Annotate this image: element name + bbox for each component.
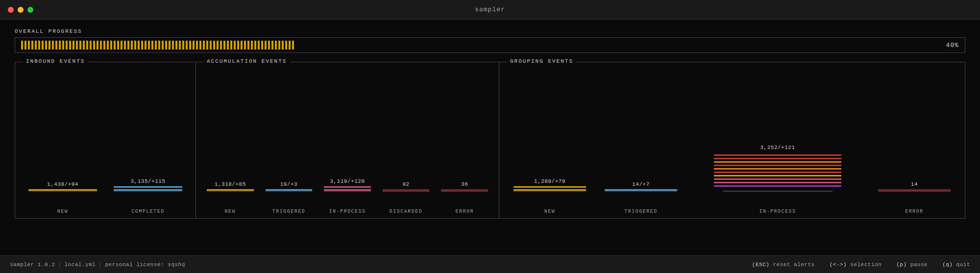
progress-tick	[138, 41, 140, 50]
progress-tick	[295, 41, 297, 50]
progress-tick	[697, 41, 699, 50]
progress-tick	[457, 41, 459, 50]
progress-tick	[282, 41, 284, 50]
progress-tick	[508, 41, 510, 50]
progress-tick	[241, 41, 243, 50]
progress-tick	[505, 41, 507, 50]
progress-tick	[182, 41, 184, 50]
progress-tick	[546, 41, 548, 50]
progress-tick	[210, 41, 212, 50]
bar-y1	[514, 186, 587, 188]
sl-2	[714, 158, 841, 159]
maximize-button[interactable]	[27, 7, 33, 13]
progress-tick	[628, 41, 630, 50]
progress-tick	[278, 41, 280, 50]
progress-tick	[481, 41, 483, 50]
progress-tick	[28, 41, 30, 50]
progress-tick	[347, 41, 349, 50]
progress-tick	[686, 41, 688, 50]
accum-new-label: NEW	[225, 209, 236, 214]
sl-3	[714, 161, 841, 163]
progress-tick	[704, 41, 706, 50]
progress-tick	[446, 41, 448, 50]
progress-tick	[186, 41, 188, 50]
minimize-button[interactable]	[18, 7, 24, 13]
progress-tick	[494, 41, 496, 50]
progress-tick	[117, 41, 119, 50]
progress-tick	[172, 41, 174, 50]
sep2: |	[98, 262, 102, 268]
accum-inprocess-bars	[324, 186, 371, 191]
progress-tick	[52, 41, 54, 50]
panel-grouping: GROUPING EVENTS 1,280/+79 NEW 14/+7	[499, 62, 965, 219]
license-info: personal license: sqshq	[105, 262, 185, 268]
progress-tick	[337, 41, 339, 50]
progress-tick	[66, 41, 68, 50]
progress-tick	[114, 41, 116, 50]
progress-tick	[121, 41, 122, 50]
progress-tick	[693, 41, 695, 50]
accum-new-value: 1,318/+85	[215, 181, 246, 187]
progress-tick	[189, 41, 191, 50]
accum-error-value: 36	[461, 181, 468, 187]
accum-new-col: 1,318/+85 NEW	[201, 72, 260, 218]
progress-tick	[395, 41, 397, 50]
group-new-label: NEW	[544, 209, 556, 214]
progress-tick	[326, 41, 328, 50]
progress-tick	[93, 41, 95, 50]
window-buttons	[8, 7, 33, 13]
progress-tick	[378, 41, 380, 50]
progress-tick	[532, 41, 534, 50]
progress-tick	[148, 41, 150, 50]
progress-tick	[49, 41, 50, 50]
progress-tick	[79, 41, 81, 50]
progress-tick	[388, 41, 390, 50]
progress-tick	[594, 41, 596, 50]
progress-tick	[169, 41, 171, 50]
progress-tick	[223, 41, 225, 50]
accum-discarded-col: 92 DISCARDED	[377, 72, 436, 218]
bar-pink-1	[324, 186, 371, 188]
q-action-text: quit	[956, 262, 970, 268]
progress-tick	[614, 41, 616, 50]
progress-tick	[515, 41, 517, 50]
progress-tick	[450, 41, 452, 50]
progress-tick	[203, 41, 205, 50]
inbound-completed-value: 3,135/+115	[130, 178, 165, 184]
progress-tick	[193, 41, 195, 50]
bar-blue-1	[114, 186, 182, 188]
progress-tick	[254, 41, 256, 50]
progress-tick	[62, 41, 64, 50]
sl-6	[714, 172, 841, 173]
progress-tick	[563, 41, 565, 50]
progress-tick	[234, 41, 236, 50]
progress-tick	[343, 41, 345, 50]
progress-tick	[299, 41, 301, 50]
progress-tick	[683, 41, 685, 50]
progress-tick	[419, 41, 421, 50]
progress-tick	[323, 41, 325, 50]
progress-tick	[289, 41, 291, 50]
statusbar-left: sampler 1.0.2 | local.yml | personal lic…	[10, 262, 185, 268]
progress-tick	[340, 41, 342, 50]
progress-tick	[127, 41, 129, 50]
progress-label: OVERALL PROGRESS	[15, 28, 965, 34]
q-key: (q)	[942, 262, 953, 268]
progress-tick	[666, 41, 668, 50]
progress-tick	[24, 41, 26, 50]
accum-inprocess-label: IN-PROCESS	[329, 209, 366, 214]
close-button[interactable]	[8, 7, 14, 13]
sl-10	[714, 185, 841, 187]
progress-tick	[467, 41, 469, 50]
progress-tick	[477, 41, 479, 50]
app-title: sampler	[475, 6, 505, 13]
inbound-chart: 1,438/+94 NEW 3,135/+115 COMPLETED	[15, 62, 196, 218]
progress-tick	[333, 41, 335, 50]
progress-tick	[86, 41, 88, 50]
progress-tick	[158, 41, 160, 50]
progress-tick	[484, 41, 486, 50]
progress-tick	[525, 41, 527, 50]
progress-tick	[402, 41, 404, 50]
panels-row: INBOUND EVENTS 1,438/+94 NEW 3,135/+115	[15, 62, 965, 219]
progress-tick	[700, 41, 702, 50]
